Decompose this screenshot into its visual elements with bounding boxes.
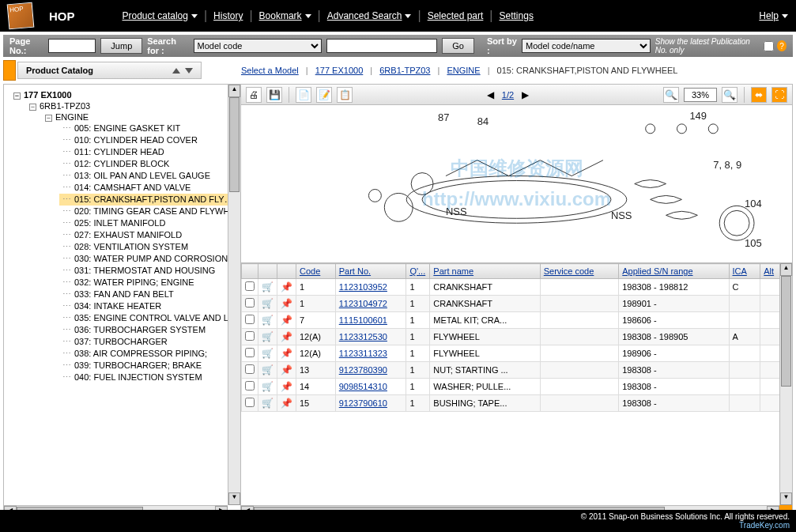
sort-by-select[interactable]: Model code/name: [522, 39, 651, 53]
table-row[interactable]: 🛒📌12(A)11233125301FLYWHEEL198308 - 19890…: [242, 329, 792, 345]
zoom-input[interactable]: [684, 88, 717, 102]
tree-item[interactable]: ⋯036: TURBOCHARGER SYSTEM: [59, 324, 239, 336]
table-row[interactable]: 🛒📌12(A)11233113231FLYWHEEL198906 -: [242, 345, 792, 362]
tree-item[interactable]: ⋯011: CYLINDER HEAD: [59, 146, 239, 158]
nav-bookmark[interactable]: Bookmark: [259, 9, 311, 23]
tree-item[interactable]: ⋯040: FUEL INJECTION SYSTEM: [59, 372, 239, 383]
tree-item[interactable]: ⋯030: WATER PUMP AND CORROSION RESISTOR: [59, 253, 239, 265]
row-checkbox[interactable]: [245, 331, 255, 341]
tree-item[interactable]: ⋯039: TURBOCHARGER; BRAKE: [59, 360, 239, 372]
part-no-link[interactable]: 1115100601: [339, 315, 387, 325]
row-checkbox[interactable]: [245, 298, 255, 308]
tree-item[interactable]: −6RB1-TPZ03: [26, 100, 239, 111]
tree-body[interactable]: −177 EX1000−6RB1-TPZ03−ENGINE⋯005: ENGIN…: [4, 85, 240, 518]
scroll-thumb[interactable]: [229, 97, 240, 192]
fit-page-icon[interactable]: ⛶: [771, 87, 787, 103]
tree-item[interactable]: ⋯038: AIR COMPRESSOR PIPING;: [59, 348, 239, 360]
part-no-link[interactable]: 1123311323: [339, 349, 387, 358]
tree-item[interactable]: ⋯020: TIMING GEAR CASE AND FLYWHEEL HOUS…: [59, 206, 239, 217]
breadcrumb-group[interactable]: ENGINE: [447, 66, 480, 75]
note-icon[interactable]: 📝: [316, 87, 332, 103]
help-link[interactable]: Help: [759, 10, 779, 21]
collapse-sidebar-button[interactable]: [3, 60, 16, 81]
tree-item[interactable]: ⋯010: CYLINDER HEAD COVER: [59, 134, 239, 146]
table-scrollbar-vertical[interactable]: ▲ ▼: [779, 263, 792, 505]
catalog-tab[interactable]: Product Catalog: [17, 62, 202, 79]
row-checkbox[interactable]: [245, 348, 255, 357]
tree-item[interactable]: ⋯025: INLET MANIFOLD: [59, 217, 239, 229]
part-no-link[interactable]: 9098514310: [339, 382, 387, 391]
note2-icon[interactable]: 📋: [337, 87, 353, 103]
page-display[interactable]: 1/2: [502, 90, 514, 100]
zoom-out-icon[interactable]: 🔍: [663, 87, 679, 103]
col-part_name[interactable]: Part name: [430, 264, 540, 279]
tree-item[interactable]: ⋯015: CRANKSHAFT,PISTON AND FLYWHEEL: [59, 194, 239, 206]
fit-width-icon[interactable]: ⬌: [751, 87, 767, 103]
part-no-link[interactable]: 9123780390: [339, 365, 387, 375]
nav-product-catalog[interactable]: Product catalog: [123, 9, 198, 23]
table-row[interactable]: 🛒📌1391237803901NUT; STARTING ...198308 -: [242, 362, 792, 379]
part-no-link[interactable]: 1123104972: [339, 299, 387, 308]
scroll-down-button[interactable]: ▼: [228, 492, 240, 505]
col-cart[interactable]: [258, 264, 277, 279]
pin-icon[interactable]: 📌: [281, 315, 292, 326]
pin-icon[interactable]: 📌: [281, 381, 292, 392]
tree-item[interactable]: ⋯033: FAN AND FAN BELT: [59, 289, 239, 300]
nav-selected-part[interactable]: Selected part: [428, 9, 484, 23]
search-for-select[interactable]: Model code: [194, 39, 323, 53]
table-row[interactable]: 🛒📌1591237906101BUSHING; TAPE...198308 -: [242, 395, 792, 412]
pin-icon[interactable]: 📌: [281, 298, 292, 309]
pin-icon[interactable]: 📌: [281, 281, 292, 292]
expand-down-icon[interactable]: [185, 68, 193, 74]
cart-icon[interactable]: 🛒: [262, 381, 274, 392]
exploded-diagram[interactable]: 87 84 149 7, 8, 9 NSS NSS 104 105 中国维修资源…: [241, 105, 792, 263]
tree-scrollbar-vertical[interactable]: ▲ ▼: [228, 85, 240, 505]
tree-item[interactable]: ⋯034: INTAKE HEATER: [59, 300, 239, 312]
scroll-up-button[interactable]: ▲: [228, 85, 240, 97]
row-checkbox[interactable]: [245, 381, 255, 391]
col-chk[interactable]: [242, 264, 258, 279]
row-checkbox[interactable]: [245, 364, 255, 374]
scroll-down-button[interactable]: ▼: [780, 492, 792, 505]
part-no-link[interactable]: 1123103952: [339, 282, 387, 292]
collapse-up-icon[interactable]: [172, 68, 180, 74]
pin-icon[interactable]: 📌: [281, 331, 292, 342]
tree-item[interactable]: ⋯027: EXHAUST MANIFOLD: [59, 229, 239, 241]
row-checkbox[interactable]: [245, 398, 255, 407]
next-page-button[interactable]: ▶: [522, 89, 529, 100]
tree-item[interactable]: ⋯012: CYLINDER BLOCK: [59, 158, 239, 170]
cart-icon[interactable]: 🛒: [262, 364, 274, 375]
table-row[interactable]: 🛒📌111231039521CRANKSHAFT198308 - 198812C: [242, 279, 792, 296]
cart-icon[interactable]: 🛒: [262, 298, 274, 309]
cart-icon[interactable]: 🛒: [262, 281, 274, 292]
new-note-icon[interactable]: 📄: [296, 87, 311, 103]
col-code[interactable]: Code: [296, 264, 336, 279]
jump-button[interactable]: Jump: [100, 38, 142, 54]
tree-item[interactable]: ⋯014: CAMSHAFT AND VALVE: [59, 182, 239, 194]
tree-item[interactable]: ⋯035: ENGINE CONTROL VALVE AND LEVER: [59, 312, 239, 324]
pin-icon[interactable]: 📌: [281, 348, 292, 359]
tree-item[interactable]: ⋯032: WATER PIPING; ENGINE: [59, 277, 239, 289]
col-qty[interactable]: Q'...: [406, 264, 430, 279]
col-service_code[interactable]: Service code: [540, 264, 619, 279]
part-no-link[interactable]: 9123790610: [339, 398, 387, 408]
table-row[interactable]: 🛒📌111231049721CRANKSHAFT198901 -: [242, 296, 792, 312]
part-no-link[interactable]: 1123312530: [339, 332, 387, 341]
table-row[interactable]: 🛒📌1490985143101WASHER; PULLE...198308 -: [242, 379, 792, 395]
print-icon[interactable]: 🖨: [246, 87, 262, 103]
tree-item[interactable]: ⋯028: VENTILATION SYSTEM: [59, 241, 239, 253]
row-checkbox[interactable]: [245, 281, 255, 291]
tree-item[interactable]: ⋯037: TURBOCHARGER: [59, 336, 239, 348]
breadcrumb-pub[interactable]: 6RB1-TPZ03: [379, 66, 430, 75]
scroll-up-button[interactable]: ▲: [780, 263, 792, 276]
save-icon[interactable]: 💾: [266, 87, 282, 103]
nav-settings[interactable]: Settings: [500, 9, 534, 23]
table-row[interactable]: 🛒📌711151006011METAL KIT; CRA...198606 -: [242, 312, 792, 329]
tradekey-link[interactable]: TradeKey.com: [739, 521, 790, 530]
nav-history[interactable]: History: [213, 9, 243, 23]
col-ica[interactable]: ICA: [729, 264, 760, 279]
cart-icon[interactable]: 🛒: [262, 331, 274, 342]
tree-item[interactable]: −177 EX1000: [10, 89, 239, 100]
pin-icon[interactable]: 📌: [281, 364, 292, 375]
tree-item[interactable]: ⋯013: OIL PAN AND LEVEL GAUGE: [59, 170, 239, 182]
